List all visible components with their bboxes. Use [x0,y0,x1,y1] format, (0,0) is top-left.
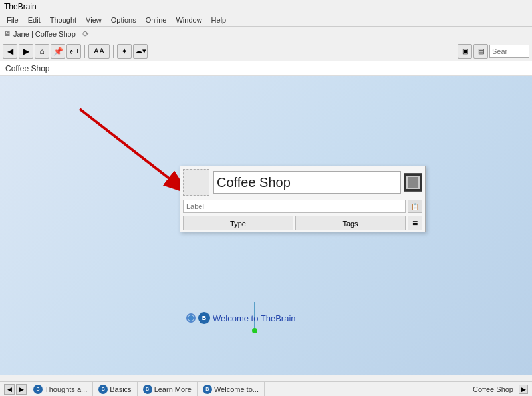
thought-card: 📋 Type Tags ≡ [180,166,426,232]
welcome-node[interactable]: B Welcome to TheBrain [186,312,296,324]
type-button[interactable]: Type [183,216,293,230]
welcome-brain-icon: B [203,385,212,394]
thought-label-icon[interactable]: 📋 [408,200,422,213]
layout-btn-1[interactable]: ▣ [458,44,472,59]
node-circle [186,313,196,323]
toolbar: ◀ ▶ ⌂ 📌 🏷 A A ✦ ☁▾ ▣ ▤ [0,41,532,61]
status-thoughts[interactable]: B Thoughts a... [28,382,93,396]
menu-edit[interactable]: Edit [24,15,45,25]
sync-icon: ⟳ [82,29,89,39]
thought-icon[interactable] [183,169,209,196]
status-bar: ◀ ▶ B Thoughts a... B Basics B Learn Mor… [0,381,532,396]
menu-options[interactable]: Options [107,15,140,25]
menu-thought[interactable]: Thought [46,15,80,25]
status-current-label: Coffee Shop [473,385,513,393]
status-basics-label: Basics [110,385,131,393]
status-thoughts-label: Thoughts a... [45,385,87,393]
learn-brain-icon: B [143,385,152,394]
pane-title: Coffee Shop [0,61,532,76]
svg-line-1 [80,109,190,194]
more-menu-button[interactable]: ≡ [408,216,422,230]
breadcrumb-path[interactable]: Jane | Coffee Shop [13,30,76,38]
layout-btn-2[interactable]: ▤ [473,44,488,59]
status-welcome[interactable]: B Welcome to... [198,382,265,396]
menu-help[interactable]: Help [207,15,231,25]
thought-label-row: 📋 [180,198,425,214]
toolbar-separator-2 [113,45,114,58]
thought-label-input[interactable] [183,200,406,213]
thought-card-header [180,166,425,198]
status-learn[interactable]: B Learn More [138,382,198,396]
status-prev-button[interactable]: ◀ [4,384,15,395]
pin-button[interactable]: 📌 [51,44,65,59]
menu-file[interactable]: File [3,15,23,25]
status-next-button[interactable]: ▶ [16,384,27,395]
menu-view[interactable]: View [82,15,106,25]
thoughts-brain-icon: B [33,385,43,394]
menu-window[interactable]: Window [172,15,205,25]
star-button[interactable]: ✦ [117,44,132,59]
search-input[interactable] [489,45,529,58]
toolbar-separator [84,45,85,58]
brain-icon: B [198,312,210,324]
thought-name-input[interactable] [213,171,401,194]
breadcrumb-bar: 🖥 Jane | Coffee Shop ⟳ [0,27,532,41]
status-welcome-label: Welcome to... [214,385,259,393]
main-content: 📋 Type Tags ≡ B Welcome to TheBrain [0,76,532,375]
menu-bar: File Edit Thought View Options Online Wi… [0,13,532,27]
save-button[interactable] [404,173,422,192]
tags-button[interactable]: Tags [295,216,406,230]
status-learn-label: Learn More [154,385,192,393]
thought-buttons-row: Type Tags ≡ [180,214,425,232]
app-title: TheBrain [4,2,37,11]
back-button[interactable]: ◀ [3,44,17,59]
breadcrumb-icon: 🖥 [4,30,11,37]
welcome-label: Welcome to TheBrain [213,313,296,323]
status-current: Coffee Shop [467,385,519,393]
node-circle-inner [188,315,194,321]
basics-brain-icon: B [98,385,108,394]
forward-button[interactable]: ▶ [19,44,33,59]
pane-title-text: Coffee Shop [5,64,50,73]
status-scroll-right[interactable]: ▶ [519,385,528,394]
font-button[interactable]: A A [88,44,110,59]
tag-button[interactable]: 🏷 [66,44,81,59]
menu-online[interactable]: Online [142,15,171,25]
title-bar: TheBrain [0,0,532,13]
status-basics[interactable]: B Basics [93,382,137,396]
cloud-button[interactable]: ☁▾ [133,44,148,59]
connection-dot [252,328,257,333]
home-button[interactable]: ⌂ [35,44,49,59]
